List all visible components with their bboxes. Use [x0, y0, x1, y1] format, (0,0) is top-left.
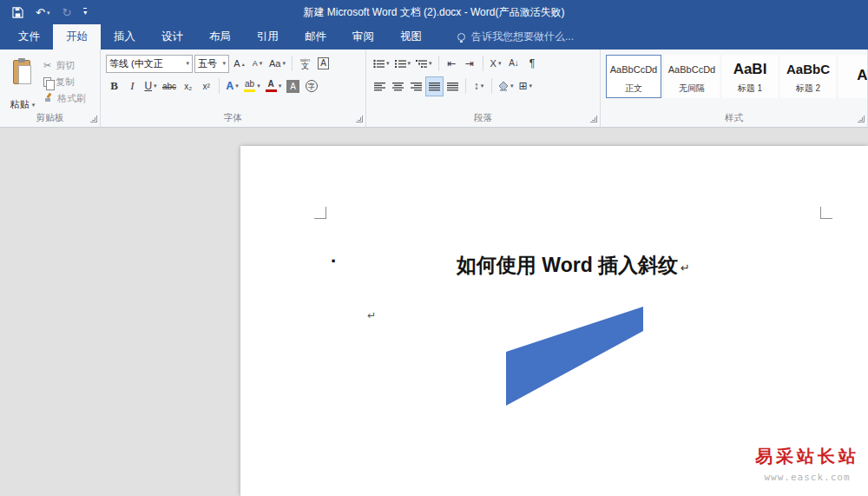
format-painter-label: 格式刷 — [57, 92, 86, 105]
phonetic-guide-button[interactable]: wén 文 — [297, 55, 313, 73]
tab-review[interactable]: 审阅 — [339, 24, 387, 50]
superscript-button[interactable]: x² — [198, 77, 214, 96]
style-gallery: AaBbCcDd 正文 AaBbCcDd 无间隔 AaBI 标题 1 AaBbC… — [606, 55, 868, 98]
copy-button[interactable]: 复制 — [43, 74, 75, 89]
shading-button[interactable]: ▾ — [496, 77, 516, 96]
format-painter-button[interactable]: 格式刷 — [43, 90, 86, 106]
document-page[interactable]: · 如何使用 Word 插入斜纹↵ ↵ 易采站长站 www.easck.com — [240, 146, 868, 496]
redo-button[interactable]: ↻ — [62, 7, 71, 18]
increase-indent-button[interactable]: ⇥ — [462, 55, 478, 73]
tab-design[interactable]: 设计 — [148, 24, 196, 50]
font-color-button[interactable]: A ▾ — [264, 77, 284, 96]
phonetic-guide-icon: wén 文 — [300, 57, 310, 70]
decrease-indent-icon: ⇤ — [447, 58, 456, 69]
superscript-icon: x² — [202, 82, 209, 91]
bullet-list-icon — [373, 59, 385, 69]
caret-up-icon: ▴ — [242, 61, 245, 67]
distribute-button[interactable] — [444, 77, 461, 96]
align-left-icon — [374, 82, 385, 91]
watermark: 易采站长站 www.easck.com — [750, 445, 865, 483]
chevron-down-icon: ▾ — [32, 102, 36, 109]
align-center-button[interactable] — [390, 77, 406, 96]
word-window: 新建 Microsoft Word 文档 (2).docx - Word(产品激… — [0, 0, 868, 496]
underline-button[interactable]: U ▾ — [142, 77, 159, 96]
styles-dialog-launcher[interactable] — [858, 116, 865, 122]
customize-qat-button[interactable]: ▾ — [83, 8, 87, 17]
paragraph-dialog-launcher[interactable] — [590, 116, 597, 122]
text-effects-icon: A — [227, 80, 234, 92]
align-left-button[interactable] — [372, 77, 388, 96]
text-effects-button[interactable]: A ▾ — [224, 77, 240, 96]
chevron-down-icon: ▾ — [510, 83, 514, 89]
diagonal-stripe-shape[interactable] — [506, 307, 643, 406]
separator — [491, 78, 492, 94]
chevron-down-icon: ▾ — [186, 60, 189, 67]
document-heading[interactable]: 如何使用 Word 插入斜纹↵ — [314, 250, 832, 283]
tab-mailings[interactable]: 邮件 — [292, 24, 339, 50]
justify-button[interactable] — [426, 77, 443, 96]
tab-view[interactable]: 视图 — [387, 24, 435, 50]
line-spacing-icon: ↕ — [474, 81, 479, 91]
tell-me-box[interactable]: 告诉我您想要做什么... — [457, 24, 574, 50]
clipboard-dialog-launcher[interactable] — [90, 116, 97, 122]
style-normal[interactable]: AaBbCcDd 正文 — [606, 55, 661, 98]
redo-icon: ↻ — [62, 7, 71, 18]
line-spacing-button[interactable]: ↕ ▾ — [470, 77, 487, 96]
change-case-button[interactable]: Aa ▾ — [267, 55, 287, 73]
style-preview: AaBI — [733, 56, 767, 83]
ribbon-tab-bar: 文件 开始 插入 设计 布局 引用 邮件 审阅 视图 告诉我您想要做什么... — [0, 24, 868, 50]
style-heading-2[interactable]: AaBbC 标题 2 — [780, 55, 836, 98]
enclose-characters-icon: 字 — [306, 80, 318, 92]
distribute-icon — [447, 82, 458, 91]
italic-button[interactable]: I — [124, 77, 141, 96]
enclose-characters-button[interactable]: 字 — [303, 77, 319, 96]
style-no-spacing[interactable]: AaBbCcDd 无间隔 — [664, 55, 720, 98]
numbering-button[interactable]: ▾ — [393, 55, 413, 73]
justify-icon — [429, 82, 440, 91]
font-dialog-launcher[interactable] — [356, 116, 363, 122]
style-heading-1[interactable]: AaBI 标题 1 — [722, 55, 778, 98]
show-hide-marks-button[interactable]: ¶ — [524, 55, 541, 73]
multilevel-list-button[interactable]: ▾ — [414, 55, 434, 73]
text-highlight-button[interactable]: ab ▾ — [242, 77, 262, 96]
chevron-down-icon: ▾ — [282, 60, 286, 67]
separator — [465, 78, 466, 94]
grow-font-icon: A — [233, 58, 240, 69]
shrink-font-button[interactable]: A ▾ — [249, 55, 266, 73]
separator — [438, 56, 439, 71]
align-right-button[interactable] — [408, 77, 424, 96]
style-preview: AaBbCcDd — [610, 56, 657, 83]
asian-layout-icon: X — [490, 59, 496, 69]
chevron-down-icon: ▾ — [529, 83, 533, 89]
multilevel-list-icon — [416, 59, 427, 69]
paste-button[interactable]: 粘贴 ▾ — [3, 54, 42, 115]
style-partial[interactable]: Aa — [838, 55, 868, 98]
strikethrough-button[interactable]: abc — [161, 77, 178, 96]
italic-icon: I — [130, 79, 134, 93]
tab-layout[interactable]: 布局 — [196, 24, 244, 50]
tab-insert[interactable]: 插入 — [101, 24, 148, 50]
subscript-button[interactable]: x₂ — [180, 77, 196, 96]
font-name-select[interactable]: 等线 (中文正 ▾ — [106, 55, 193, 73]
save-button[interactable] — [12, 7, 23, 18]
undo-button[interactable]: ↶ ▾ — [36, 7, 49, 18]
numbered-list-icon — [395, 59, 406, 69]
sort-button[interactable]: A↓ — [506, 55, 523, 73]
style-preview: AaBbC — [786, 56, 830, 83]
borders-button[interactable]: ⊞ ▾ — [517, 77, 535, 96]
character-shading-button[interactable]: A — [285, 77, 301, 96]
character-border-button[interactable]: A — [315, 55, 332, 73]
asian-layout-button[interactable]: X ▾ — [488, 55, 504, 73]
font-size-select[interactable]: 五号 ▾ — [194, 55, 229, 73]
bullets-button[interactable]: ▾ — [372, 55, 391, 73]
styles-group-label: 样式 — [601, 112, 867, 124]
decrease-indent-button[interactable]: ⇤ — [444, 55, 460, 73]
tab-references[interactable]: 引用 — [244, 24, 292, 50]
chevron-down-icon: ▾ — [279, 83, 282, 89]
cut-button[interactable]: ✂ 剪切 — [43, 57, 75, 73]
tab-file[interactable]: 文件 — [5, 24, 53, 50]
bold-button[interactable]: B — [106, 77, 122, 96]
tab-home[interactable]: 开始 — [53, 24, 101, 50]
font-group: 等线 (中文正 ▾ 五号 ▾ A ▴ A ▾ Aa ▾ — [101, 50, 366, 127]
grow-font-button[interactable]: A ▴ — [231, 55, 247, 73]
